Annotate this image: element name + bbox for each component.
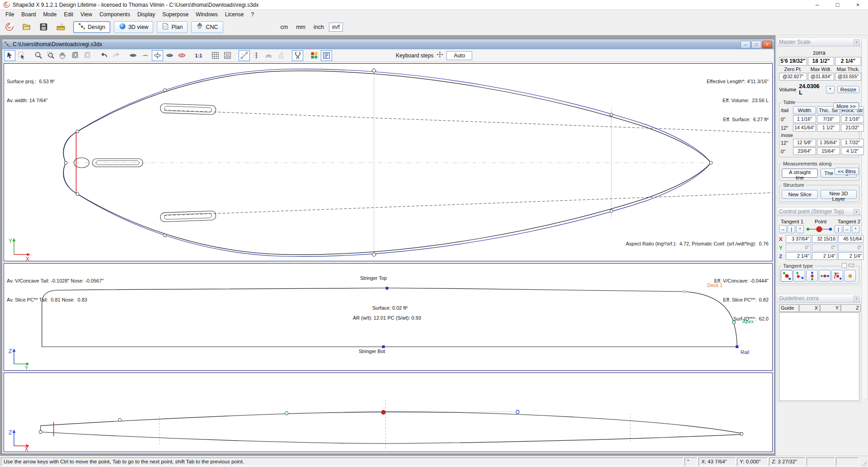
tangent-horizontal-button[interactable] bbox=[819, 270, 830, 282]
btns-button[interactable]: << Btns bbox=[835, 168, 859, 175]
zero-pt-value[interactable]: @32.827" bbox=[779, 73, 807, 80]
table-cell[interactable]: 1 1/16" bbox=[793, 115, 816, 123]
color-palette-button[interactable] bbox=[309, 50, 320, 61]
grid-button[interactable] bbox=[210, 50, 221, 61]
new-slice-button[interactable]: New Slice bbox=[782, 190, 818, 199]
unit-mm[interactable]: mm bbox=[293, 23, 309, 32]
coord-x-tangent2-field[interactable]: 45 51/64 bbox=[838, 235, 863, 243]
curve-edit-button[interactable] bbox=[239, 50, 250, 61]
guidelines-column-x[interactable]: X bbox=[799, 304, 820, 312]
save-file-icon[interactable] bbox=[37, 21, 50, 33]
menu-item-display[interactable]: Display bbox=[134, 10, 159, 19]
menu-item-board[interactable]: Board bbox=[18, 10, 39, 19]
max-wdt-value[interactable]: @31.834" bbox=[808, 73, 834, 80]
coord-z-point-field[interactable]: 2 1/4" bbox=[812, 252, 837, 260]
auto-button[interactable]: Auto bbox=[446, 51, 472, 60]
properties-panel-button[interactable] bbox=[321, 50, 332, 61]
close-icon[interactable]: × bbox=[848, 0, 868, 9]
tangent-free-button[interactable] bbox=[781, 270, 793, 282]
menu-item-components[interactable]: Components bbox=[96, 10, 134, 19]
table-column-width[interactable]: Width bbox=[793, 106, 816, 114]
more-button[interactable]: More >> bbox=[833, 103, 859, 110]
design-mode-button[interactable]: Design bbox=[73, 21, 110, 33]
coord-y-point-field[interactable]: 0" bbox=[812, 244, 837, 251]
menu-item-[interactable]: ? bbox=[247, 10, 258, 19]
outline-view[interactable]: Y X Surface proj.: 6.53 ft² Av. width: 1… bbox=[4, 63, 773, 261]
select-area-button[interactable] bbox=[16, 50, 28, 61]
doc-close-icon[interactable]: × bbox=[762, 41, 772, 48]
fin-plug-bottom[interactable] bbox=[160, 211, 216, 222]
resize-button[interactable]: Resize bbox=[837, 86, 859, 93]
menu-item-view[interactable]: View bbox=[77, 10, 96, 19]
master-scale-close-icon[interactable]: x bbox=[854, 39, 859, 45]
coord-y-tangent1-field[interactable]: 0" bbox=[786, 244, 811, 251]
curvature-button[interactable] bbox=[292, 50, 303, 61]
doc-minimize-icon[interactable]: – bbox=[741, 41, 751, 48]
resize-grip-icon[interactable] bbox=[860, 458, 867, 466]
max-thck-value[interactable]: @33.555" bbox=[835, 73, 861, 80]
table-cell[interactable]: 7/16" bbox=[817, 115, 840, 123]
menu-item-superpose[interactable]: Superpose bbox=[159, 10, 192, 19]
dock-scrollbar[interactable] bbox=[862, 38, 868, 400]
profile-view[interactable]: Z X bbox=[4, 373, 773, 452]
copy-view-button[interactable] bbox=[70, 50, 81, 61]
paste-view-button[interactable] bbox=[82, 50, 93, 61]
tangent2-mode-1[interactable]: -- bbox=[843, 225, 851, 233]
guidelines-column-y[interactable]: Y bbox=[820, 304, 840, 312]
tangent1-mode-1[interactable]: | bbox=[788, 225, 795, 233]
coord-y-tangent2-field[interactable]: 0" bbox=[838, 244, 863, 251]
table-cell[interactable]: 15/64" bbox=[817, 147, 840, 155]
width-view-button[interactable] bbox=[152, 50, 163, 61]
scale-1-1-button[interactable]: 1:1 bbox=[193, 50, 204, 61]
document-titlebar[interactable]: C:\Users\thoma\Downloads\regi.s3dx – □ × bbox=[2, 39, 774, 49]
guidelines-column-guide[interactable]: Guide bbox=[779, 304, 799, 312]
undo-button[interactable] bbox=[99, 50, 110, 61]
table-cell[interactable]: 23/64" bbox=[793, 147, 816, 155]
coord-x-point-field[interactable]: 32 15/16 bbox=[812, 235, 837, 243]
point-only-button[interactable] bbox=[844, 270, 856, 282]
fin-tool-button[interactable] bbox=[275, 50, 286, 61]
maximize-icon[interactable]: □ bbox=[827, 0, 848, 9]
tangent2-mode-0[interactable]: | bbox=[835, 225, 842, 233]
guidelines-list[interactable] bbox=[779, 312, 859, 401]
table-cell[interactable]: 4 1/2" bbox=[841, 147, 864, 155]
slice-view[interactable]: Z Y Av. V/Concave Tail: -0.1028" Nose: -… bbox=[4, 263, 773, 371]
coord-z-tangent2-field[interactable]: 2 1/4" bbox=[838, 252, 863, 260]
menu-item-edit[interactable]: Edit bbox=[60, 10, 77, 19]
redo-button[interactable] bbox=[111, 50, 122, 61]
c2-checkbox[interactable] bbox=[842, 263, 847, 268]
volume-star-button[interactable]: * bbox=[826, 86, 835, 94]
tangent2-mode-2[interactable]: ° bbox=[852, 225, 859, 233]
table-cell[interactable]: 14 41/64" bbox=[793, 124, 816, 132]
guidelines-titlebar[interactable]: Guidelines zorra x bbox=[777, 294, 861, 303]
table-cell[interactable]: 1 1/2" bbox=[817, 124, 840, 132]
select-button[interactable] bbox=[4, 50, 15, 61]
outline-control-points[interactable] bbox=[64, 68, 712, 257]
table-cell[interactable]: 21/32" bbox=[841, 124, 864, 132]
tangent1-mode-0[interactable]: -- bbox=[779, 225, 787, 233]
unit-inf[interactable]: in/f bbox=[329, 23, 343, 32]
length-value[interactable]: 5'6 19/32" bbox=[779, 57, 807, 66]
new-3d-layer-button[interactable]: New 3D Layer bbox=[821, 190, 857, 199]
pan-button[interactable] bbox=[57, 50, 69, 61]
new-board-icon[interactable] bbox=[3, 21, 15, 33]
rail-view-button[interactable] bbox=[263, 50, 274, 61]
control-point-titlebar[interactable]: Control point (Stringer Top) x bbox=[777, 208, 861, 216]
tangent-angle-locked-button[interactable] bbox=[831, 270, 843, 282]
outline-view-button[interactable] bbox=[127, 50, 139, 61]
open-file-icon[interactable] bbox=[20, 21, 33, 33]
tangent-vertical-button[interactable] bbox=[806, 270, 818, 282]
menu-item-windows[interactable]: Windows bbox=[192, 10, 221, 19]
width-value[interactable]: 18 1/2" bbox=[808, 57, 834, 66]
plan-mode-button[interactable]: Plan bbox=[157, 21, 188, 33]
guidelines-close-icon[interactable]: x bbox=[854, 296, 859, 302]
cnc-mode-button[interactable]: CNC bbox=[191, 21, 223, 33]
guidelines-column-z[interactable]: Z bbox=[841, 304, 861, 312]
menu-item-file[interactable]: File bbox=[2, 10, 18, 19]
table-cell[interactable]: 12 5/8" bbox=[793, 139, 816, 146]
thickness-value[interactable]: 2 1/4" bbox=[835, 57, 861, 66]
doc-maximize-icon[interactable]: □ bbox=[751, 41, 761, 48]
solid-view-button[interactable] bbox=[164, 50, 175, 61]
master-scale-titlebar[interactable]: Master Scale x bbox=[777, 38, 861, 47]
slices-panel-button[interactable] bbox=[222, 50, 233, 61]
